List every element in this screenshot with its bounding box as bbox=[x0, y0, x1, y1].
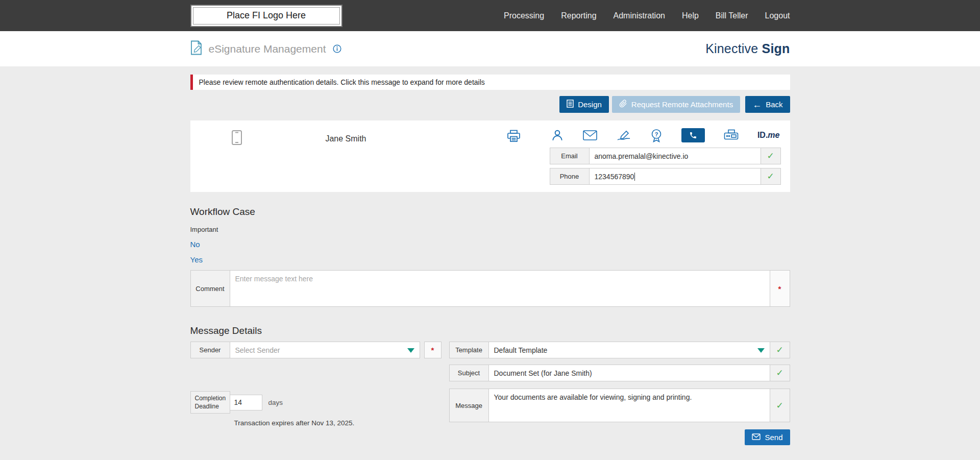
auth-phone-icon[interactable] bbox=[681, 128, 705, 142]
fi-logo-placeholder[interactable]: Place FI Logo Here bbox=[190, 5, 342, 27]
email-field-row: Email ✓ bbox=[550, 148, 781, 164]
completion-deadline-row: Completion Deadline days bbox=[190, 391, 442, 414]
message-field-row: Message Your documents are available for… bbox=[449, 389, 790, 422]
nav-user-bill-teller[interactable]: Bill Teller bbox=[716, 11, 748, 20]
recipient-card: Jane Smith bbox=[190, 120, 790, 192]
chevron-down-icon bbox=[757, 348, 765, 353]
request-remote-attachments-label: Request Remote Attachments bbox=[631, 100, 733, 109]
phone-label: Phone bbox=[550, 168, 590, 185]
esignature-document-icon bbox=[190, 40, 203, 57]
subject-label: Subject bbox=[449, 365, 489, 381]
paperclip-icon bbox=[619, 100, 627, 109]
main-content: Please review remote authentication deta… bbox=[190, 66, 790, 445]
message-valid-indicator: ✓ bbox=[770, 389, 790, 422]
sender-label: Sender bbox=[190, 342, 230, 358]
subject-input[interactable] bbox=[488, 365, 770, 381]
auth-method-row: ? I bbox=[550, 127, 781, 144]
email-label: Email bbox=[550, 148, 590, 164]
nav-help[interactable]: Help bbox=[682, 11, 699, 20]
template-label: Template bbox=[449, 342, 489, 358]
message-details-columns: Sender Select Sender * Completion Deadli… bbox=[190, 342, 790, 445]
comment-field-row: Comment * bbox=[190, 270, 790, 307]
top-navigation: Processing Reporting Administration Help… bbox=[504, 11, 790, 20]
check-icon: ✓ bbox=[776, 345, 783, 355]
auth-signature-icon[interactable] bbox=[616, 129, 631, 141]
sender-field-row: Sender Select Sender * bbox=[190, 342, 442, 358]
back-button[interactable]: ← Back bbox=[745, 96, 790, 113]
page-title: eSignature Management bbox=[209, 43, 326, 55]
required-asterisk-icon: * bbox=[431, 346, 434, 354]
nav-processing[interactable]: Processing bbox=[504, 11, 544, 20]
back-arrow-icon: ← bbox=[752, 100, 762, 109]
svg-text:?: ? bbox=[654, 131, 658, 137]
check-icon: ✓ bbox=[767, 151, 774, 161]
print-icon[interactable] bbox=[507, 130, 521, 144]
design-button-label: Design bbox=[578, 100, 602, 109]
comment-textarea[interactable] bbox=[230, 270, 770, 307]
template-field-row: Template Default Template ✓ bbox=[449, 342, 790, 358]
subject-field-row: Subject ✓ bbox=[449, 365, 790, 381]
auth-email-icon[interactable] bbox=[583, 130, 597, 140]
recipient-device-icon bbox=[231, 130, 242, 148]
comment-required-indicator: * bbox=[770, 270, 790, 307]
sender-placeholder: Select Sender bbox=[235, 346, 280, 354]
send-button[interactable]: Send bbox=[745, 429, 790, 445]
completion-deadline-label: Completion Deadline bbox=[190, 391, 230, 414]
check-icon: ✓ bbox=[776, 400, 783, 411]
send-button-label: Send bbox=[765, 433, 782, 442]
idme-label-id: ID. bbox=[757, 131, 768, 140]
auth-user-icon[interactable] bbox=[551, 129, 564, 142]
phone-input[interactable]: 1234567890 bbox=[589, 168, 761, 185]
recipient-auth-panel: ? I bbox=[550, 127, 781, 185]
deadline-unit-label: days bbox=[268, 399, 283, 406]
recipient-name: Jane Smith bbox=[315, 134, 377, 143]
workflow-case-title: Workflow Case bbox=[190, 206, 790, 217]
auth-fax-icon[interactable] bbox=[724, 129, 739, 141]
email-input[interactable] bbox=[589, 148, 761, 164]
send-envelope-icon bbox=[752, 433, 761, 442]
phone-valid-indicator: ✓ bbox=[761, 168, 781, 185]
message-details-title: Message Details bbox=[190, 325, 790, 336]
design-document-icon bbox=[567, 100, 574, 109]
kinective-sign-logo: Kinective Sign bbox=[705, 41, 790, 56]
text-caret bbox=[634, 173, 635, 181]
nav-administration[interactable]: Administration bbox=[614, 11, 665, 20]
brand-name: Kinective bbox=[705, 41, 758, 56]
expiry-note: Transaction expires after Nov 13, 2025. bbox=[190, 419, 442, 427]
required-asterisk-icon: * bbox=[778, 284, 781, 293]
auth-idme-icon[interactable]: ID.me bbox=[757, 131, 780, 140]
comment-label: Comment bbox=[190, 270, 230, 307]
nav-reporting[interactable]: Reporting bbox=[561, 11, 596, 20]
template-valid-indicator: ✓ bbox=[770, 342, 790, 358]
important-label: Important bbox=[190, 226, 790, 233]
design-button[interactable]: Design bbox=[559, 96, 609, 113]
info-icon[interactable] bbox=[333, 44, 341, 53]
message-label: Message bbox=[449, 389, 489, 422]
message-details-right-column: Template Default Template ✓ Subject ✓ Me… bbox=[449, 342, 790, 445]
chevron-down-icon bbox=[407, 348, 414, 353]
check-icon: ✓ bbox=[767, 171, 774, 182]
auth-question-badge-icon[interactable]: ? bbox=[650, 129, 663, 142]
send-row: Send bbox=[449, 429, 790, 445]
subject-valid-indicator: ✓ bbox=[770, 365, 790, 381]
brand-product: Sign bbox=[762, 41, 790, 56]
sender-select[interactable]: Select Sender bbox=[230, 342, 420, 358]
check-icon: ✓ bbox=[776, 368, 783, 378]
template-select[interactable]: Default Template bbox=[488, 342, 770, 358]
alert-banner[interactable]: Please review remote authentication deta… bbox=[190, 75, 790, 90]
back-button-label: Back bbox=[766, 100, 782, 109]
important-option-no[interactable]: No bbox=[190, 240, 200, 249]
message-textarea[interactable]: Your documents are available for viewing… bbox=[488, 389, 770, 422]
page-header: eSignature Management Kinective Sign bbox=[0, 31, 980, 66]
phone-value: 1234567890 bbox=[595, 173, 634, 181]
nav-logout[interactable]: Logout bbox=[765, 11, 790, 20]
important-option-yes[interactable]: Yes bbox=[190, 255, 203, 264]
completion-deadline-input[interactable] bbox=[230, 395, 262, 410]
toolbar: Design Request Remote Attachments ← Back bbox=[190, 96, 790, 113]
top-bar: Place FI Logo Here Processing Reporting … bbox=[0, 0, 980, 31]
idme-label-me: me bbox=[768, 131, 779, 140]
sender-required-indicator: * bbox=[424, 342, 442, 358]
template-selected-value: Default Template bbox=[494, 346, 548, 354]
request-remote-attachments-button[interactable]: Request Remote Attachments bbox=[612, 96, 740, 113]
email-valid-indicator: ✓ bbox=[761, 148, 781, 164]
